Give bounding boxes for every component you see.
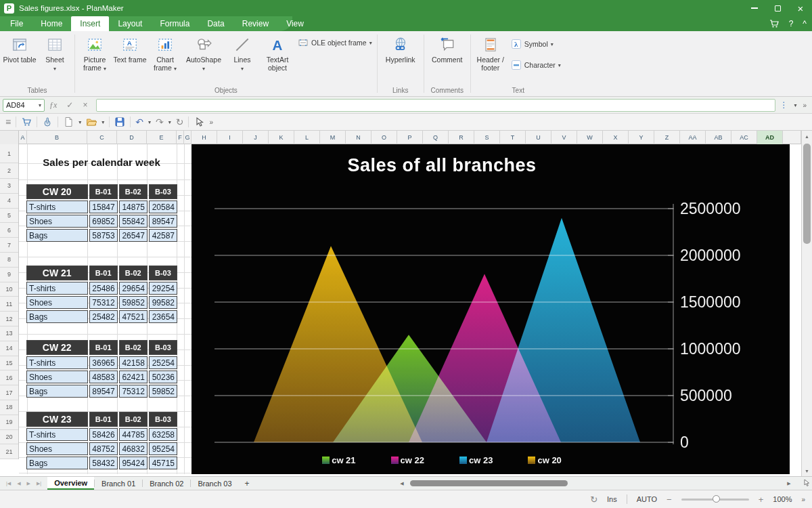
product-label-cell[interactable]: T-shirts — [26, 282, 88, 295]
value-cell[interactable]: 89547 — [149, 215, 177, 228]
branch-header[interactable]: B-03 — [149, 412, 177, 427]
column-header-I[interactable]: I — [217, 131, 243, 144]
column-header-P[interactable]: P — [397, 131, 423, 144]
branch-header[interactable]: B-01 — [89, 184, 118, 199]
row-header-3[interactable]: 3 — [0, 179, 18, 194]
value-cell[interactable]: 23654 — [149, 310, 177, 323]
formula-input[interactable] — [96, 99, 775, 112]
column-header-A[interactable]: A — [19, 131, 27, 144]
value-cell[interactable]: 48752 — [89, 442, 118, 455]
sheet-tab-branch-03[interactable]: Branch 03 — [191, 477, 238, 490]
value-cell[interactable]: 58432 — [89, 457, 118, 469]
column-header-R[interactable]: R — [449, 131, 474, 144]
column-header-V[interactable]: V — [551, 131, 577, 144]
header-footer-button[interactable]: Header / footer — [473, 31, 508, 72]
column-header-AB[interactable]: AB — [706, 131, 731, 144]
chevron-down-icon[interactable]: ▾ — [102, 119, 104, 125]
chart-frame-button[interactable]: Chart frame ▾ — [148, 31, 183, 72]
horizontal-scroll-thumb[interactable] — [410, 480, 568, 486]
value-cell[interactable]: 75312 — [119, 385, 148, 398]
sheet-title-cell[interactable]: Sales per calendar week — [24, 153, 179, 171]
sync-icon[interactable]: ↻ — [590, 494, 597, 505]
row-header-9[interactable]: 9 — [0, 268, 18, 282]
formula-bar-options-icon[interactable]: ⋮ — [780, 100, 788, 110]
value-cell[interactable]: 69852 — [89, 215, 118, 228]
cancel-entry-icon[interactable]: × — [83, 100, 87, 110]
maximize-button[interactable] — [766, 0, 789, 16]
value-cell[interactable]: 50236 — [149, 371, 177, 383]
product-label-cell[interactable]: Shoes — [26, 296, 88, 309]
column-header-J[interactable]: J — [243, 131, 269, 144]
character-button[interactable]: Character ▾ — [508, 58, 564, 72]
value-cell[interactable]: 14875 — [119, 200, 148, 213]
collapse-ribbon-icon[interactable]: ^ — [803, 19, 807, 28]
prev-sheet-icon[interactable]: ◀ — [17, 481, 20, 486]
row-header-19[interactable]: 19 — [0, 415, 18, 430]
column-header-Y[interactable]: Y — [629, 131, 654, 144]
column-header-M[interactable]: M — [320, 131, 346, 144]
select-all-corner[interactable] — [0, 131, 19, 144]
value-cell[interactable]: 75312 — [89, 296, 118, 309]
repeat-icon[interactable]: ↻ — [176, 117, 184, 127]
new-document-icon[interactable] — [63, 117, 74, 127]
scroll-right-icon[interactable]: ▶ — [785, 478, 793, 489]
autoshape-button[interactable]: AutoShape▾ — [183, 31, 225, 72]
row-header-2[interactable]: 2 — [0, 163, 18, 179]
column-header-C[interactable]: C — [87, 131, 117, 144]
week-header[interactable]: CW 22 — [26, 340, 88, 355]
value-cell[interactable]: 55842 — [119, 215, 148, 228]
column-header-T[interactable]: T — [500, 131, 526, 144]
vertical-scrollbar[interactable]: ▲ ▼ — [801, 131, 812, 476]
save-icon[interactable] — [114, 117, 125, 127]
sheet-tab-overview[interactable]: Overview — [47, 477, 94, 490]
value-cell[interactable]: 29654 — [119, 282, 148, 295]
column-header-Q[interactable]: Q — [423, 131, 449, 144]
value-cell[interactable]: 44785 — [119, 428, 148, 441]
chevron-down-icon[interactable]: ▾ — [794, 102, 796, 108]
horizontal-scrollbar[interactable]: ◀ ▶ — [398, 478, 801, 489]
value-cell[interactable]: 99582 — [149, 296, 177, 309]
column-header-Z[interactable]: Z — [654, 131, 680, 144]
close-button[interactable]: × — [789, 0, 812, 16]
row-header-20[interactable]: 20 — [0, 430, 18, 445]
column-header-E[interactable]: E — [147, 131, 177, 144]
value-cell[interactable]: 42158 — [119, 356, 148, 369]
row-header-6[interactable]: 6 — [0, 223, 18, 238]
branch-header[interactable]: B-02 — [119, 412, 148, 427]
lines-button[interactable]: Lines▾ — [225, 31, 260, 72]
product-label-cell[interactable]: Bags — [26, 229, 88, 242]
value-cell[interactable]: 95254 — [149, 442, 177, 455]
zoom-slider[interactable] — [681, 499, 749, 501]
ole-object-frame-button[interactable]: OLE object frame ▾ — [295, 35, 375, 50]
product-label-cell[interactable]: Bags — [26, 385, 88, 398]
row-header-11[interactable]: 11 — [0, 297, 18, 312]
redo-icon[interactable]: ↷ — [156, 117, 164, 127]
pivot-table-button[interactable]: Pivot table — [2, 31, 37, 64]
column-header-B[interactable]: B — [27, 131, 87, 144]
value-cell[interactable]: 62421 — [119, 371, 148, 383]
value-cell[interactable]: 59852 — [119, 296, 148, 309]
column-header-L[interactable]: L — [294, 131, 320, 144]
menu-tab-layout[interactable]: Layout — [109, 16, 151, 31]
scroll-up-icon[interactable]: ▲ — [802, 131, 812, 142]
value-cell[interactable]: 25486 — [89, 282, 118, 295]
value-cell[interactable]: 25254 — [149, 356, 177, 369]
column-header-S[interactable]: S — [474, 131, 500, 144]
touch-mode-icon[interactable] — [42, 117, 53, 127]
value-cell[interactable]: 46832 — [119, 442, 148, 455]
insert-mode-indicator[interactable]: Ins — [607, 495, 617, 503]
undo-icon[interactable]: ↶ — [135, 117, 143, 127]
value-cell[interactable]: 45715 — [149, 457, 177, 469]
chevron-down-icon[interactable]: ▾ — [78, 119, 81, 125]
formula-bar-overflow-icon[interactable]: » — [803, 102, 807, 109]
chart-object[interactable]: Sales of all branches 050000010000001500… — [191, 144, 790, 474]
value-cell[interactable]: 47521 — [119, 310, 148, 323]
next-sheet-icon[interactable]: ▶ — [27, 481, 30, 486]
chevron-down-icon[interactable]: ▾ — [168, 119, 171, 125]
value-cell[interactable]: 59852 — [149, 385, 177, 398]
product-label-cell[interactable]: T-shirts — [26, 356, 88, 369]
sheet-tab-branch-02[interactable]: Branch 02 — [143, 477, 190, 490]
column-header-K[interactable]: K — [269, 131, 294, 144]
row-header-15[interactable]: 15 — [0, 356, 18, 371]
selection-mode-icon[interactable] — [803, 479, 811, 487]
